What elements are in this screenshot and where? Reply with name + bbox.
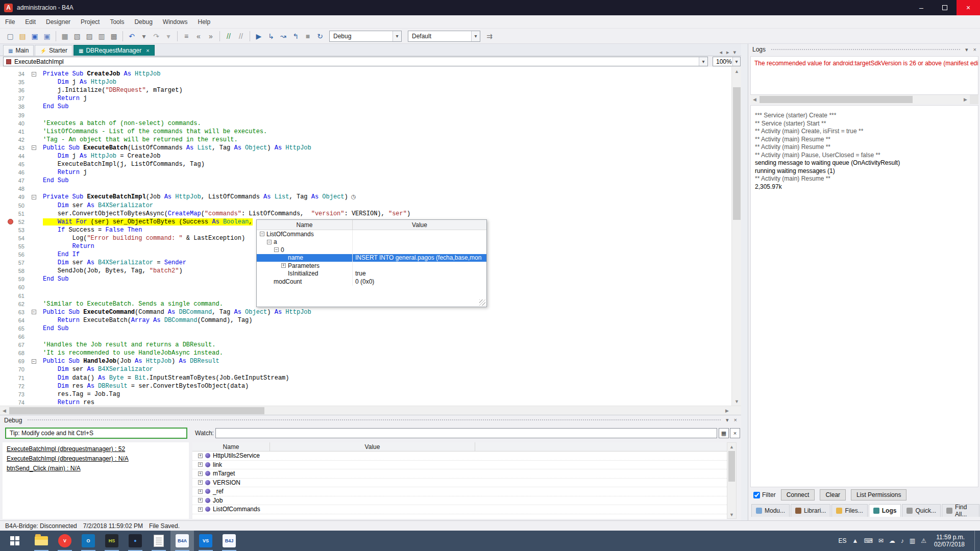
outlook[interactable]: O (77, 531, 100, 551)
tab-dbrequestmanager[interactable]: ▦DBRequestManager× (74, 45, 155, 56)
scrollbar-thumb[interactable] (760, 96, 913, 103)
tray-icon[interactable]: ✉ (878, 537, 884, 544)
watch-clear-button[interactable]: × (730, 428, 740, 438)
logs-tab-find all[interactable]: Find All... (942, 504, 979, 517)
redo-icon[interactable]: ↷ (151, 31, 162, 42)
editor-vertical-scrollbar[interactable]: ▲ ▼ (731, 67, 741, 406)
start-button[interactable] (0, 531, 30, 551)
tray-icon[interactable]: ⚠ (921, 537, 926, 544)
show-desktop-button[interactable] (974, 531, 978, 551)
maximize-button[interactable] (933, 0, 957, 15)
collapse-icon[interactable]: − (32, 310, 36, 314)
step-into-icon[interactable]: ↳ (265, 31, 277, 42)
language-indicator[interactable]: ES (839, 537, 847, 544)
variable-row[interactable]: +HttpUtils2Service (192, 452, 727, 461)
scroll-up-icon[interactable]: ▲ (732, 67, 742, 76)
menu-item-windows[interactable]: Windows (158, 15, 193, 29)
tab-starter[interactable]: ⚡Starter (35, 45, 72, 56)
scroll-up-icon[interactable]: ▲ (727, 443, 736, 450)
connect-button[interactable]: Connect (781, 489, 815, 500)
dark-app[interactable]: ● (124, 531, 147, 551)
popup-row[interactable]: +Parameters (257, 262, 486, 270)
scrollbar-thumb[interactable] (9, 407, 264, 414)
variable-row[interactable]: +ListOfCommands (192, 505, 727, 514)
collapse-icon[interactable]: − (260, 232, 264, 236)
variable-row[interactable]: +link (192, 461, 727, 470)
tab-main[interactable]: ▦Main (3, 45, 34, 56)
build-profile-combo[interactable]: Default ▾ (408, 31, 480, 42)
panel-close-icon[interactable]: × (734, 417, 737, 423)
watch-columns-button[interactable]: ▦ (719, 428, 729, 438)
save-all-icon[interactable]: ▣ (41, 31, 53, 42)
tabs-scroll-left-icon[interactable]: ◂ (719, 49, 722, 56)
taskbar-clock[interactable]: 11:59 p.m. 02/07/2018 (932, 534, 965, 548)
expand-icon[interactable]: + (198, 480, 203, 485)
tip-box[interactable]: Tip: Modify code and hit Ctrl+S (5, 428, 187, 439)
collapse-icon[interactable]: − (32, 145, 36, 150)
outdent-icon[interactable]: « (193, 31, 204, 42)
file-explorer[interactable] (30, 531, 53, 551)
build-mode-combo[interactable]: Debug ▾ (329, 31, 402, 42)
vscode[interactable]: VS (194, 531, 217, 551)
expand-icon[interactable]: + (198, 462, 203, 467)
designer-grid-2-icon[interactable]: ▧ (71, 31, 83, 42)
variable-row[interactable]: +_ref (192, 487, 727, 496)
collapse-icon[interactable]: − (267, 240, 272, 244)
panel-close-icon[interactable]: × (973, 46, 976, 53)
module-selector-combo[interactable]: ExecuteBatchImpl ▾ (3, 57, 708, 66)
open-project-icon[interactable]: ▤ (17, 31, 28, 42)
scroll-left-icon[interactable]: ◀ (0, 406, 9, 415)
menu-item-edit[interactable]: Edit (20, 15, 41, 29)
panel-menu-icon[interactable]: ▾ (726, 417, 729, 423)
resize-grip-icon[interactable] (479, 299, 485, 306)
uncomment-icon[interactable]: // (235, 31, 247, 42)
menu-item-debug[interactable]: Debug (129, 15, 157, 29)
expand-icon[interactable]: + (198, 454, 203, 458)
list-permissions-button[interactable]: List Permissions (851, 489, 906, 500)
warning-horizontal-scrollbar[interactable]: ◀ ▶ (750, 95, 978, 104)
scrollbar-thumb[interactable] (728, 451, 735, 482)
stop-icon[interactable]: ■ (302, 31, 313, 42)
popup-row[interactable]: −ListOfCommands (257, 230, 486, 238)
tray-icon[interactable]: ▥ (910, 537, 915, 544)
popup-row[interactable]: IsInitializedtrue (257, 270, 486, 278)
expand-icon[interactable]: + (198, 498, 203, 503)
collapse-icon[interactable]: − (32, 359, 36, 364)
menu-item-designer[interactable]: Designer (41, 15, 76, 29)
logs-tab-quick[interactable]: Quick... (902, 504, 941, 517)
run-icon[interactable]: ▶ (253, 31, 264, 42)
popup-row[interactable]: −a (257, 238, 486, 246)
tray-icon[interactable]: ⌨ (864, 537, 872, 544)
call-stack-item[interactable]: ExecuteBatchImpl (dbrequestmanager) : 52 (7, 445, 185, 453)
variables-scrollbar[interactable]: ▲ ▼ (727, 442, 737, 519)
close-button[interactable]: × (957, 0, 980, 15)
menu-item-project[interactable]: Project (76, 15, 105, 29)
editor-horizontal-scrollbar[interactable]: ◀ ▶ (0, 406, 741, 415)
popup-row[interactable]: nameINSERT INTO general.pagos (fecha,bas… (257, 254, 486, 262)
undo-menu-icon[interactable]: ▾ (138, 31, 150, 42)
expand-icon[interactable]: + (198, 471, 203, 476)
filter-checkbox[interactable] (753, 492, 760, 498)
step-over-icon[interactable]: ↝ (278, 31, 289, 42)
watch-input[interactable] (215, 428, 717, 438)
step-out-icon[interactable]: ↰ (290, 31, 301, 42)
designer-grid-3-icon[interactable]: ▨ (84, 31, 95, 42)
menu-item-tools[interactable]: Tools (105, 15, 129, 29)
popup-row[interactable]: modCount0 (0x0) (257, 278, 486, 286)
logs-tab-librari[interactable]: Librari... (791, 504, 830, 517)
popup-row[interactable]: −0 (257, 246, 486, 254)
tray-icon[interactable]: ☁ (889, 537, 895, 544)
designer-grid-1-icon[interactable]: ▦ (59, 31, 70, 42)
scroll-right-icon[interactable]: ▶ (723, 406, 731, 415)
vivaldi-browser[interactable]: V (53, 531, 77, 551)
tabs-scroll-right-icon[interactable]: ▸ (726, 49, 729, 56)
new-project-icon[interactable]: ▢ (5, 31, 16, 42)
logs-tab-logs[interactable]: Logs (869, 504, 901, 517)
editor-zoom-combo[interactable]: 100% ▾ (713, 57, 741, 66)
designer-grid-4-icon[interactable]: ▥ (96, 31, 107, 42)
b4a-ide[interactable]: B4A (170, 531, 194, 551)
menu-item-help[interactable]: Help (193, 15, 216, 29)
scroll-left-icon[interactable]: ◀ (750, 95, 759, 104)
expand-icon[interactable]: + (198, 507, 203, 512)
tray-expand-icon[interactable]: ▲ (852, 537, 859, 544)
